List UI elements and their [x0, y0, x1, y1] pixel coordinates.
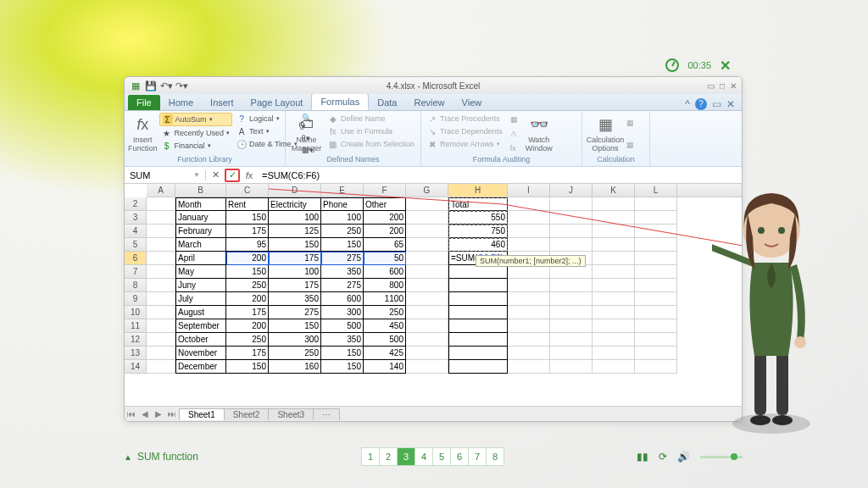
row-header-8[interactable]: 8	[125, 279, 147, 292]
cell-I8[interactable]	[508, 279, 550, 292]
volume-icon[interactable]: 🔊	[677, 451, 690, 463]
row-header-2[interactable]: 2	[125, 197, 147, 211]
cell-D10[interactable]: 275	[269, 306, 321, 319]
minimize-ribbon-icon[interactable]: ^	[685, 98, 690, 110]
row-header-5[interactable]: 5	[125, 238, 147, 252]
cell-K9[interactable]	[593, 292, 635, 306]
cell-E12[interactable]: 350	[321, 333, 364, 347]
pause-button[interactable]: ▮▮	[637, 451, 648, 463]
cell-L7[interactable]	[635, 265, 677, 279]
cell-K2[interactable]	[593, 197, 635, 211]
cell-F2[interactable]: Other	[364, 197, 406, 211]
fx-button[interactable]: fx	[242, 169, 257, 182]
page-2[interactable]: 2	[379, 447, 398, 466]
calc-sheet-icon[interactable]: ▦	[626, 141, 634, 149]
cell-C13[interactable]: 175	[226, 347, 269, 360]
cell-A13[interactable]	[147, 347, 175, 360]
cell-B13[interactable]: November	[175, 347, 226, 360]
window-close-icon[interactable]: ✕	[726, 98, 735, 110]
cell-B14[interactable]: December	[175, 360, 226, 374]
sheet-tab-2[interactable]: Sheet2	[224, 408, 270, 420]
col-header-G[interactable]: G	[406, 184, 448, 197]
cell-G3[interactable]	[406, 211, 448, 225]
cell-G8[interactable]	[406, 279, 448, 292]
cell-E5[interactable]: 150	[321, 238, 364, 252]
cell-E2[interactable]: Phone	[321, 197, 364, 211]
cell-H3[interactable]: 550	[448, 211, 508, 225]
name-box[interactable]: SUM▼	[125, 170, 206, 180]
row-header-12[interactable]: 12	[125, 333, 147, 347]
cell-G6[interactable]	[406, 252, 448, 265]
cell-E10[interactable]: 300	[321, 306, 364, 319]
cell-D8[interactable]: 175	[269, 279, 321, 292]
cell-A4[interactable]	[147, 225, 175, 238]
redo-icon[interactable]: ↷▾	[175, 80, 187, 92]
cell-D7[interactable]: 100	[269, 265, 321, 279]
cell-I2[interactable]	[508, 197, 550, 211]
reload-button[interactable]: ⟳	[659, 451, 667, 463]
sheet-tab-new[interactable]: ⋯	[313, 408, 340, 420]
tab-review[interactable]: Review	[405, 95, 453, 110]
row-header-6[interactable]: 6	[125, 252, 147, 265]
cell-L9[interactable]	[635, 292, 677, 306]
cell-A3[interactable]	[147, 211, 175, 225]
volume-slider[interactable]	[700, 456, 743, 458]
cell-H11[interactable]	[448, 319, 508, 333]
page-1[interactable]: 1	[361, 447, 380, 466]
cell-J13[interactable]	[550, 347, 593, 360]
cell-L2[interactable]	[635, 197, 677, 211]
cell-L12[interactable]	[635, 333, 677, 347]
name-manager-button[interactable]: 🏷Name Manager	[289, 113, 324, 155]
cell-E3[interactable]: 100	[321, 211, 364, 225]
cell-E9[interactable]: 600	[321, 292, 364, 306]
cell-C6[interactable]: 200	[226, 252, 269, 265]
cell-K10[interactable]	[593, 306, 635, 319]
cell-C5[interactable]: 95	[226, 238, 269, 252]
cell-E14[interactable]: 150	[321, 360, 364, 374]
cell-B2[interactable]: Month	[175, 197, 226, 211]
tab-file[interactable]: File	[128, 95, 160, 110]
cell-A12[interactable]	[147, 333, 175, 347]
cell-B12[interactable]: October	[175, 333, 226, 347]
cell-E11[interactable]: 500	[321, 319, 364, 333]
cell-I5[interactable]	[508, 238, 550, 252]
tab-formulas[interactable]: Formulas	[311, 93, 369, 110]
page-8[interactable]: 8	[486, 447, 504, 466]
cell-G11[interactable]	[406, 319, 448, 333]
cell-D14[interactable]: 160	[269, 360, 321, 374]
cell-A9[interactable]	[147, 292, 175, 306]
cell-C7[interactable]: 150	[226, 265, 269, 279]
cell-B11[interactable]: September	[175, 319, 226, 333]
cell-J4[interactable]	[550, 225, 593, 238]
col-header-H[interactable]: H	[448, 184, 508, 197]
row-header-9[interactable]: 9	[125, 292, 147, 306]
cell-J12[interactable]	[550, 333, 593, 347]
cell-H12[interactable]	[448, 333, 508, 347]
cell-D4[interactable]: 125	[269, 225, 321, 238]
cell-C4[interactable]: 175	[226, 225, 269, 238]
cell-C3[interactable]: 150	[226, 211, 269, 225]
cell-H8[interactable]	[448, 279, 508, 292]
col-header-A[interactable]: A	[147, 184, 175, 197]
cell-J11[interactable]	[550, 319, 593, 333]
cell-G14[interactable]	[406, 360, 448, 374]
cell-F4[interactable]: 200	[364, 225, 406, 238]
show-formulas-icon[interactable]: ▦	[510, 115, 518, 124]
cell-J7[interactable]	[550, 265, 593, 279]
row-header-4[interactable]: 4	[125, 225, 147, 238]
use-in-formula-button[interactable]: fxUse in Formula	[326, 125, 417, 137]
cell-D2[interactable]: Electricity	[269, 197, 321, 211]
cell-H10[interactable]	[448, 306, 508, 319]
define-name-button[interactable]: ◆Define Name	[326, 113, 417, 125]
cell-E6[interactable]: 275	[321, 252, 364, 265]
name-box-dropdown-icon[interactable]: ▼	[193, 171, 200, 179]
cell-J5[interactable]	[550, 238, 593, 252]
cell-G4[interactable]	[406, 225, 448, 238]
cell-L5[interactable]	[635, 238, 677, 252]
cell-C12[interactable]: 250	[226, 333, 269, 347]
cell-L8[interactable]	[635, 279, 677, 292]
cell-I4[interactable]	[508, 225, 550, 238]
cell-A14[interactable]	[147, 360, 175, 374]
cell-L13[interactable]	[635, 347, 677, 360]
recently-used-button[interactable]: ★Recently Used▾	[159, 127, 233, 139]
